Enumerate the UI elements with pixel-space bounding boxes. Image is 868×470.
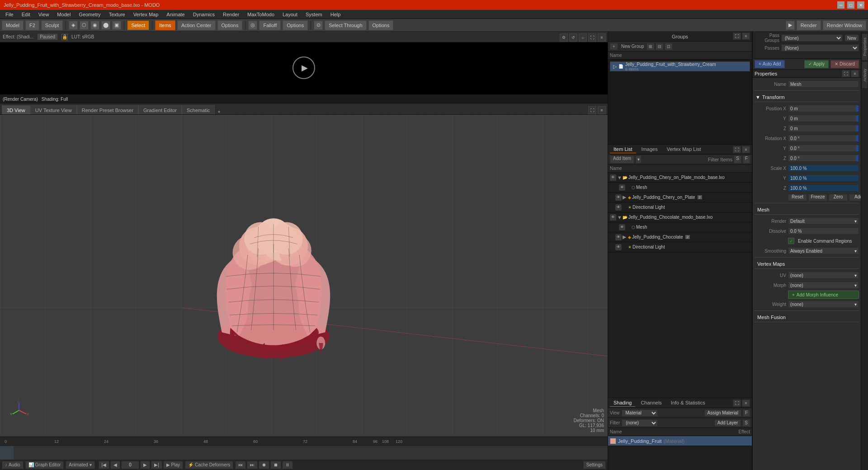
mesh-header[interactable]: Mesh [755,205,859,215]
expand-group-2[interactable]: ▶ [623,234,627,240]
tool-icon-4[interactable]: ⬤ [101,21,110,30]
tab-schematic[interactable]: Schematic [182,105,215,114]
scale-x-value[interactable]: 100.0 % [788,164,859,172]
filter-s-button[interactable]: S [734,155,741,164]
scene-item-mesh-1[interactable]: 👁 ⬡ Mesh [608,183,752,193]
preview-pause-button[interactable]: Paused [37,33,58,40]
item-list-settings-icon[interactable]: ≡ [742,146,750,153]
select-through-button[interactable]: Select Through [325,20,366,30]
options-button-1[interactable]: Options [217,20,243,30]
scene-item-1[interactable]: 👁 ▼ 📂 Jelly_Pudding_Chery_on_Plate_modo_… [608,173,752,183]
eye-icon-group-2[interactable]: 👁 [615,234,622,240]
scene-item-group-1[interactable]: 👁 ▶ ◆ Jelly_Pudding_Chery_on_Plate 2 [608,193,752,202]
position-z-value[interactable]: 0 m [788,125,859,132]
eye-icon-group-1[interactable]: 👁 [615,194,622,201]
tab-images[interactable]: Images [638,146,661,153]
viewport-3d[interactable]: Perspective Default Ray GL: Off ⟳ ⊕ ⌕ ⚙ [0,115,608,437]
name-input[interactable] [788,80,859,88]
expand-group-1[interactable]: ▶ [623,194,627,200]
uv-dropdown[interactable]: (none) ▾ [788,272,859,279]
render-dropdown[interactable]: Default ▾ [788,217,859,225]
enable-cmd-checkbox[interactable]: ✓ [788,238,794,244]
scene-item-light-2[interactable]: 👁 ☀ Directional Light [608,242,752,252]
transport-1[interactable]: ⏮ [235,461,246,469]
audio-button[interactable]: ♪ Audio [2,461,24,469]
group-icon-2[interactable]: ⊟ [656,43,664,50]
mode-model-button[interactable]: Model [2,20,24,30]
properties-settings-icon[interactable]: ≡ [851,70,859,77]
menu-maxtomodo[interactable]: MaxToModo [244,11,278,18]
render-window-button[interactable]: Render Window [823,20,866,30]
new-group-button[interactable]: + [610,43,618,50]
preview-expand-icon[interactable]: ⛶ [588,33,596,42]
menu-file[interactable]: File [2,11,17,18]
falloff-options-button[interactable]: Options [283,20,308,30]
tab-3d-view[interactable]: 3D View [2,105,30,114]
play-button[interactable]: ▶ [140,461,150,469]
eye-icon-light-2[interactable]: 👁 [615,244,622,250]
maximize-button[interactable]: □ [847,1,854,9]
timeline-ruler[interactable]: 0 12 24 36 48 60 72 84 96 108 120 [0,437,608,446]
play-label-button[interactable]: ▶ Play [163,461,183,469]
timeline-bar[interactable] [0,446,608,460]
menu-render[interactable]: Render [219,11,243,18]
frame-input[interactable] [121,461,139,469]
zero-button[interactable]: Zero [829,194,848,201]
smoothing-dropdown[interactable]: Always Enabled ▾ [788,247,859,254]
properties-expand-icon[interactable]: ⛶ [842,70,850,77]
eye-icon-1[interactable]: 👁 [610,174,616,181]
reset-button[interactable]: Reset [788,194,807,201]
assign-material-button[interactable]: Assign Material [704,409,741,417]
tab-channels[interactable]: Channels [637,399,665,407]
cache-deformers-button[interactable]: ⚡ Cache Deformers [185,461,233,469]
mode-sculpt-button[interactable]: Sculpt [41,20,63,30]
select-options-button[interactable]: Options [368,20,394,30]
falloff-button[interactable]: Falloff [259,20,281,30]
group-icon-3[interactable]: ⊡ [665,43,673,50]
tab-vertex-map-list[interactable]: Vertex Map List [663,146,705,153]
position-x-value[interactable]: 0 m [788,105,859,112]
shade-item-jelly[interactable]: Jelly_Pudding_Fruit (Material) [608,436,752,446]
tab-item-list[interactable]: Item List [610,146,636,153]
close-button[interactable]: ✕ [857,1,864,9]
filter-dropdown[interactable]: (none) [622,419,658,427]
falloff-icon[interactable]: ◎ [248,21,257,30]
tool-icon-2[interactable]: ⬡ [80,21,89,30]
menu-vertex-map[interactable]: Vertex Map [130,11,162,18]
pass-groups-new-button[interactable]: New [844,34,859,42]
preview-settings-icon[interactable]: ⚙ [560,33,568,42]
transport-5[interactable]: ⏸ [282,461,293,469]
morph-dropdown[interactable]: (none) ▾ [788,282,859,289]
viewport-expand-icon[interactable]: ⛶ [588,106,596,114]
viewport-settings-icon[interactable]: ≡ [598,106,606,114]
shading-settings-icon[interactable]: ≡ [742,400,750,407]
weight-dropdown[interactable]: (none) ▾ [788,301,859,308]
shading-expand-icon[interactable]: ⛶ [733,400,741,407]
transport-4[interactable]: ⏹ [270,461,281,469]
action-center-button[interactable]: Action Center [177,20,216,30]
add-item-dropdown[interactable]: ▾ [636,155,642,164]
group-icon-1[interactable]: ⊞ [646,43,655,50]
view-dropdown[interactable]: Material [622,409,658,417]
render-button[interactable]: Render [797,20,821,30]
add-morph-button[interactable]: + Add Morph Influence [788,291,859,299]
tool-icon-3[interactable]: ◉ [90,21,99,30]
tool-icon-1[interactable]: ◈ [69,21,78,30]
freeze-button[interactable]: Freeze [808,194,827,201]
tab-uv-texture[interactable]: UV Texture View [30,105,77,114]
tab-render-preset[interactable]: Render Preset Browser [77,105,138,114]
preview-more-icon[interactable]: ≡ [598,33,606,42]
discard-button[interactable]: ✕ Discard [830,60,859,68]
assign-shortcut[interactable]: F [743,409,750,417]
vmaps-header[interactable]: Vertex Maps [755,259,859,269]
menu-animate[interactable]: Animate [163,11,188,18]
eye-icon-light-1[interactable]: 👁 [615,204,622,211]
transport-3[interactable]: ⏺ [259,461,269,469]
groups-settings-icon[interactable]: ≡ [742,33,750,40]
menu-view[interactable]: View [35,11,53,18]
mode-f2-button[interactable]: F2 [25,20,39,30]
transform-header[interactable]: ▼ Transform [755,93,859,102]
menu-edit[interactable]: Edit [18,11,34,18]
preview-play-button[interactable] [292,56,315,79]
menu-geometry[interactable]: Geometry [75,11,104,18]
